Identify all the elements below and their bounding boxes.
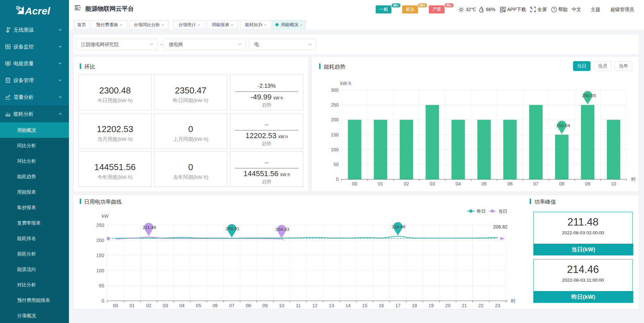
svg-text:204.33: 204.33 <box>275 227 289 232</box>
svg-text:09: 09 <box>262 303 268 308</box>
svg-text:21: 21 <box>462 303 467 308</box>
svg-text:14: 14 <box>345 303 351 308</box>
svg-text:214.46: 214.46 <box>392 224 406 229</box>
svg-text:00: 00 <box>113 303 118 308</box>
svg-text:250: 250 <box>331 102 339 108</box>
svg-text:08: 08 <box>246 303 251 308</box>
svg-text:时: 时 <box>631 176 636 182</box>
svg-text:23: 23 <box>495 303 500 308</box>
svg-text:300: 300 <box>331 87 339 93</box>
svg-text:150: 150 <box>96 253 104 258</box>
svg-text:16: 16 <box>379 303 384 308</box>
svg-text:20: 20 <box>445 303 451 308</box>
svg-text:0: 0 <box>102 298 104 304</box>
svg-text:15: 15 <box>362 303 368 308</box>
svg-text:04: 04 <box>456 181 461 187</box>
svg-text:08: 08 <box>559 181 565 187</box>
svg-text:?: ? <box>553 8 555 11</box>
svg-text:05: 05 <box>482 181 487 187</box>
svg-text:03: 03 <box>430 181 435 187</box>
svg-text:19: 19 <box>428 303 434 308</box>
svg-text:13: 13 <box>329 303 334 308</box>
svg-text:208.82: 208.82 <box>493 224 507 230</box>
svg-text:kW·h: kW·h <box>340 81 351 86</box>
svg-text:00: 00 <box>352 181 357 187</box>
svg-text:100: 100 <box>331 147 339 152</box>
svg-text:02: 02 <box>404 181 409 187</box>
svg-text:150.04: 150.04 <box>556 123 570 128</box>
svg-text:kW: kW <box>102 213 109 219</box>
svg-text:03: 03 <box>163 303 168 308</box>
svg-text:Acrel: Acrel <box>25 5 50 16</box>
svg-text:04: 04 <box>179 303 185 308</box>
svg-text:200: 200 <box>96 238 104 243</box>
svg-text:昨日: 昨日 <box>477 209 486 214</box>
svg-text:07: 07 <box>533 181 539 187</box>
svg-text:11: 11 <box>296 303 301 308</box>
svg-text:05: 05 <box>196 303 201 308</box>
svg-text:12: 12 <box>312 303 317 308</box>
svg-text:17: 17 <box>395 303 401 308</box>
svg-text:06: 06 <box>507 181 513 187</box>
svg-text:200: 200 <box>331 117 339 122</box>
svg-text:100: 100 <box>96 268 104 273</box>
svg-text:10: 10 <box>279 303 285 308</box>
svg-text:250: 250 <box>96 223 104 228</box>
svg-text:18: 18 <box>412 303 417 308</box>
svg-text:0: 0 <box>336 176 339 182</box>
svg-text:250.05: 250.05 <box>582 93 596 98</box>
svg-text:206.91: 206.91 <box>226 226 239 231</box>
svg-text:01: 01 <box>129 303 135 308</box>
svg-text:10: 10 <box>611 181 616 187</box>
svg-text:01: 01 <box>378 181 383 187</box>
svg-text:150: 150 <box>331 132 339 137</box>
svg-text:07: 07 <box>229 303 234 308</box>
svg-text:当日: 当日 <box>498 209 507 214</box>
svg-text:时: 时 <box>511 298 516 304</box>
svg-text:50: 50 <box>333 162 339 167</box>
svg-text:211.48: 211.48 <box>143 225 156 230</box>
svg-text:06: 06 <box>213 303 218 308</box>
svg-text:50: 50 <box>99 283 104 288</box>
svg-text:09: 09 <box>585 181 591 187</box>
svg-text:02: 02 <box>146 303 151 308</box>
svg-text:22: 22 <box>478 303 484 308</box>
